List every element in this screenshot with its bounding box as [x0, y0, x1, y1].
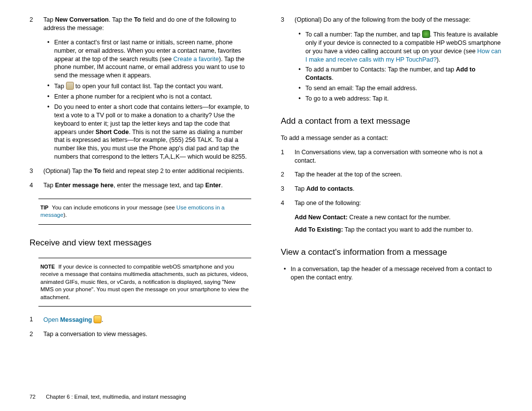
- step-number: 4: [281, 199, 295, 207]
- step-3-bullets: To call a number: Tap the number, and ta…: [281, 30, 502, 103]
- page-number: 72: [30, 394, 35, 400]
- step-3-right: 3 (Optional) Do any of the following fro…: [281, 16, 502, 24]
- tip-label: TIP: [40, 205, 48, 210]
- add-step-1: 1 In Conversations view, tap a conversat…: [281, 148, 502, 165]
- link-create-favorite[interactable]: Create a favorite: [173, 56, 219, 63]
- step-number: 3: [281, 185, 295, 193]
- messaging-icon: [94, 315, 101, 323]
- add-step-4: 4 Tap one of the following:: [281, 199, 502, 207]
- view-bullets: In a conversation, tap the header of a m…: [281, 265, 502, 282]
- step-2-bullets: Enter a contact's first or last name or …: [30, 38, 251, 161]
- bullet: To go to a web address: Tap it.: [300, 95, 502, 103]
- note-label: NOTE: [40, 264, 55, 270]
- step-body: Tap New Conversation. Tap the To field a…: [43, 16, 251, 33]
- step-number: 2: [30, 16, 43, 33]
- bullet: Enter a contact's first or last name or …: [49, 38, 251, 80]
- step-body: (Optional) Tap the To field and repeat s…: [43, 167, 251, 175]
- bullet: To send an email: Tap the email address.: [300, 84, 502, 93]
- step-number: 2: [30, 330, 43, 339]
- page-footer: 72 Chapter 6 : Email, text, multimedia, …: [30, 393, 186, 401]
- step-body: Tap the header at the top of the screen.: [295, 171, 502, 179]
- bullet: Tap to open your full contact list. Tap …: [49, 82, 251, 91]
- step-number: 2: [281, 171, 295, 179]
- step-number: 4: [30, 181, 43, 190]
- step-body: Tap one of the following:: [295, 199, 502, 207]
- receive-step-1: 1 Open Messaging .: [30, 315, 251, 324]
- step-2: 2 Tap New Conversation. Tap the To field…: [30, 16, 251, 33]
- heading-receive: Receive and view text messages: [30, 238, 251, 249]
- heading-add-contact: Add a contact from a text message: [281, 116, 502, 127]
- step-number: 1: [281, 148, 295, 165]
- tip-box: TIP You can include emoticons in your me…: [38, 199, 251, 225]
- left-column: 2 Tap New Conversation. Tap the To field…: [30, 14, 251, 379]
- bullet: Enter a phone number for a recipient who…: [49, 93, 251, 101]
- add-step-3: 3 Tap Add to contacts.: [281, 185, 502, 193]
- step-number: 1: [30, 315, 43, 324]
- bullet: To call a number: Tap the number, and ta…: [300, 30, 502, 64]
- step-body: Tap Enter message here, enter the messag…: [43, 181, 251, 190]
- step-body: Open Messaging .: [43, 315, 251, 324]
- bullet: Do you need to enter a short code that c…: [49, 103, 251, 161]
- step-3: 3 (Optional) Tap the To field and repeat…: [30, 167, 251, 175]
- sub-option: Add To Existing: Tap the contact you wan…: [281, 226, 502, 234]
- intro-text: To add a message sender as a contact:: [281, 134, 502, 142]
- heading-view-contact: View a contact's information from a mess…: [281, 247, 502, 258]
- bullet: To add a number to Contacts: Tap the num…: [300, 66, 502, 82]
- step-4: 4 Tap Enter message here, enter the mess…: [30, 181, 251, 190]
- right-column: 3 (Optional) Do any of the following fro…: [281, 14, 502, 379]
- step-body: Tap a conversation to view messages.: [43, 330, 251, 339]
- step-body: (Optional) Do any of the following from …: [295, 16, 502, 24]
- add-step-2: 2 Tap the header at the top of the scree…: [281, 171, 502, 179]
- link-open-messaging[interactable]: Open Messaging: [43, 316, 92, 323]
- receive-step-2: 2 Tap a conversation to view messages.: [30, 330, 251, 339]
- phone-icon: [422, 30, 430, 38]
- contacts-icon: [66, 82, 74, 90]
- bullet: In a conversation, tap the header of a m…: [286, 265, 502, 282]
- step-body: Tap Add to contacts.: [295, 185, 502, 193]
- step-body: In Conversations view, tap a conversatio…: [295, 148, 502, 165]
- note-box: NOTE If your device is connected to comp…: [38, 258, 251, 307]
- step-number: 3: [281, 16, 295, 24]
- step-number: 3: [30, 167, 43, 175]
- chapter-title: Chapter 6 : Email, text, multimedia, and…: [46, 394, 186, 400]
- sub-option: Add New Contact: Create a new contact fo…: [281, 213, 502, 222]
